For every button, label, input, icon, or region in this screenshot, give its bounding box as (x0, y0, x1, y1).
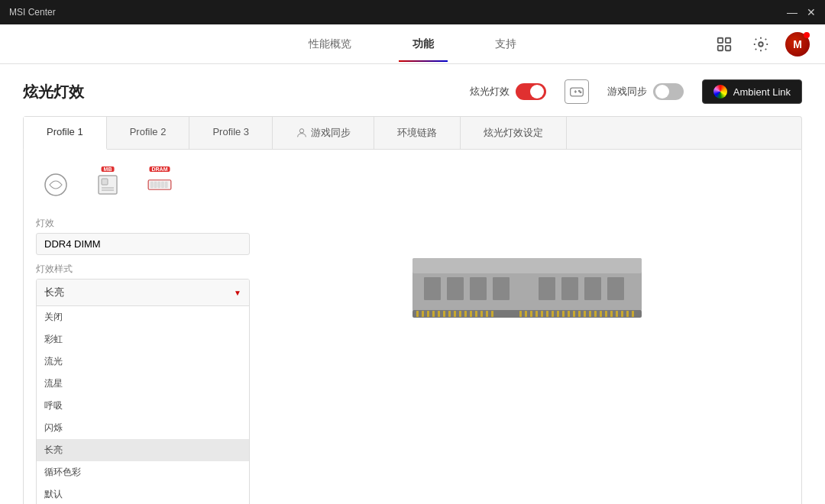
avatar[interactable]: M (785, 32, 810, 57)
svg-rect-38 (448, 311, 451, 317)
dram-badge: DRAM (150, 166, 170, 172)
svg-rect-42 (470, 311, 472, 317)
style-option-cycle[interactable]: 循环色彩 (37, 461, 249, 483)
style-label: 灯效样式 (36, 263, 250, 276)
svg-rect-66 (621, 311, 623, 317)
svg-rect-28 (561, 277, 578, 300)
svg-rect-46 (491, 311, 493, 317)
style-option-steady[interactable]: 长亮 (37, 439, 249, 461)
svg-rect-64 (610, 311, 613, 317)
svg-rect-35 (432, 311, 435, 317)
app-window: 性能概览 功能 支持 (0, 24, 825, 504)
tab-features[interactable]: 功能 (382, 27, 464, 62)
nav-icons: M (712, 32, 810, 57)
lighting-toggle-group: 炫光灯效 (470, 83, 546, 100)
svg-rect-3 (726, 45, 730, 50)
device-row: MB DRAM (36, 162, 789, 208)
svg-rect-45 (486, 311, 488, 317)
svg-rect-23 (424, 277, 441, 300)
svg-rect-57 (573, 311, 575, 317)
svg-rect-67 (626, 311, 629, 317)
svg-rect-52 (546, 311, 548, 317)
svg-point-8 (299, 129, 303, 133)
ram-image (405, 250, 649, 337)
svg-rect-49 (530, 311, 532, 317)
svg-rect-68 (632, 311, 634, 317)
svg-rect-61 (594, 311, 597, 317)
section-title: 炫光灯效 (23, 82, 84, 102)
mb-badge: MB (102, 166, 115, 172)
tab-support[interactable]: 支持 (464, 27, 547, 62)
svg-rect-29 (584, 277, 601, 300)
device-mb[interactable]: MB (88, 165, 128, 205)
nav-tabs: 性能概览 功能 支持 (15, 27, 810, 62)
svg-rect-34 (427, 311, 429, 317)
dropdown-header[interactable]: 长亮 ▼ (37, 279, 249, 306)
svg-rect-33 (422, 311, 424, 317)
close-button[interactable]: ✕ (807, 7, 816, 18)
style-option-flash[interactable]: 闪烁 (37, 417, 249, 439)
tab-overview[interactable]: 性能概览 (278, 27, 382, 62)
svg-rect-63 (605, 311, 607, 317)
profile-tab-gamesync[interactable]: 游戏同步 (273, 117, 374, 149)
style-option-close[interactable]: 关闭 (37, 306, 249, 328)
effect-input[interactable] (36, 233, 250, 255)
svg-rect-65 (616, 311, 618, 317)
svg-rect-60 (589, 311, 591, 317)
svg-rect-55 (562, 311, 565, 317)
profile-tab-1[interactable]: Profile 1 (24, 117, 107, 150)
style-dropdown[interactable]: 长亮 ▼ 关闭 彩虹 流光 流星 呼吸 闪烁 长亮 循环色彩 默认 (36, 279, 250, 504)
svg-rect-50 (535, 311, 538, 317)
svg-rect-2 (718, 45, 723, 50)
profile-tab-2[interactable]: Profile 2 (107, 117, 190, 149)
lighting-toggle[interactable] (516, 83, 546, 100)
svg-rect-18 (161, 182, 163, 188)
style-option-flow[interactable]: 流光 (37, 351, 249, 373)
svg-rect-32 (416, 311, 419, 317)
game-icon (565, 79, 589, 104)
style-option-default[interactable]: 默认 (37, 483, 249, 504)
svg-rect-27 (539, 277, 555, 300)
svg-rect-37 (443, 311, 445, 317)
grid-icon-button[interactable] (712, 32, 736, 57)
main-content: 炫光灯效 炫光灯效 游戏同步 (0, 64, 825, 504)
ambient-link-button[interactable]: Ambient Link (702, 79, 802, 104)
titlebar: MSI Center — ✕ (0, 0, 825, 24)
ram-svg (405, 250, 649, 334)
profile-tab-3[interactable]: Profile 3 (189, 117, 273, 149)
profile-tab-settings[interactable]: 炫光灯效设定 (461, 117, 567, 149)
right-column (265, 217, 789, 370)
svg-rect-17 (158, 182, 160, 188)
dropdown-items: 关闭 彩虹 流光 流星 呼吸 闪烁 长亮 循环色彩 默认 (37, 306, 249, 504)
svg-point-7 (580, 92, 581, 93)
dropdown-selected: 长亮 (44, 286, 64, 299)
sync-toggle[interactable] (653, 83, 684, 100)
sync-toggle-label: 游戏同步 (607, 85, 647, 99)
svg-rect-21 (412, 258, 642, 273)
svg-rect-36 (438, 311, 440, 317)
svg-rect-16 (154, 182, 157, 188)
svg-rect-62 (600, 311, 602, 317)
settings-icon-button[interactable] (749, 32, 773, 57)
minimize-button[interactable]: — (787, 7, 798, 18)
device-all[interactable] (36, 165, 76, 205)
svg-point-6 (578, 90, 580, 92)
style-option-rainbow[interactable]: 彩虹 (37, 328, 249, 351)
svg-rect-24 (447, 277, 464, 300)
style-option-breathe[interactable]: 呼吸 (37, 395, 249, 417)
style-option-meteor[interactable]: 流星 (37, 373, 249, 395)
svg-rect-44 (480, 311, 483, 317)
top-nav: 性能概览 功能 支持 (0, 24, 825, 64)
device-dram[interactable]: DRAM (140, 165, 180, 205)
profile-tab-ambient[interactable]: 环境链路 (374, 117, 461, 149)
svg-rect-30 (607, 277, 624, 300)
two-col-layout: 灯效 灯效样式 长亮 ▼ 关闭 彩虹 流光 流星 呼吸 (36, 217, 789, 504)
window-controls: — ✕ (787, 7, 816, 18)
svg-rect-26 (493, 277, 510, 300)
lighting-toggle-label: 炫光灯效 (470, 85, 510, 99)
svg-rect-19 (165, 182, 167, 188)
section-controls: 炫光灯效 游戏同步 Ambient L (470, 79, 802, 104)
svg-rect-56 (568, 311, 570, 317)
svg-rect-15 (150, 182, 153, 188)
svg-rect-54 (557, 311, 559, 317)
